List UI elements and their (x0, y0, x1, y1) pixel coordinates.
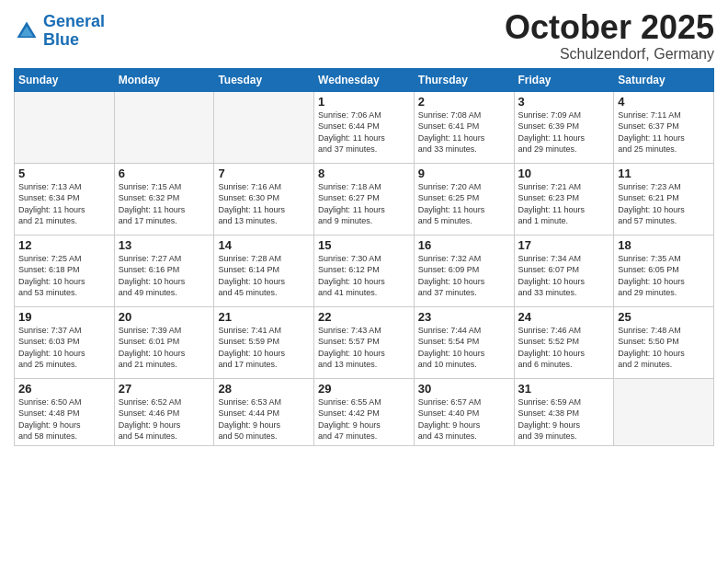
day-info: Sunrise: 7:11 AM Sunset: 6:37 PM Dayligh… (618, 109, 710, 155)
day-number: 27 (119, 382, 210, 396)
table-row: 3Sunrise: 7:09 AM Sunset: 6:39 PM Daylig… (514, 91, 614, 163)
table-row: 31Sunrise: 6:59 AM Sunset: 4:38 PM Dayli… (514, 378, 614, 445)
calendar-header-row: Sunday Monday Tuesday Wednesday Thursday… (15, 68, 714, 91)
day-number: 13 (119, 238, 210, 252)
table-row: 24Sunrise: 7:46 AM Sunset: 5:52 PM Dayli… (514, 306, 614, 378)
calendar-week-row: 1Sunrise: 7:06 AM Sunset: 6:44 PM Daylig… (15, 91, 714, 163)
table-row: 22Sunrise: 7:43 AM Sunset: 5:57 PM Dayli… (314, 306, 415, 378)
day-number: 4 (618, 95, 710, 109)
day-info: Sunrise: 7:23 AM Sunset: 6:21 PM Dayligh… (618, 181, 710, 227)
calendar-week-row: 5Sunrise: 7:13 AM Sunset: 6:34 PM Daylig… (15, 163, 714, 235)
logo-general: General (43, 12, 105, 30)
table-row: 21Sunrise: 7:41 AM Sunset: 5:59 PM Dayli… (214, 306, 314, 378)
title-block: October 2025 Schulzendorf, Germany (505, 9, 714, 63)
day-number: 8 (318, 167, 410, 180)
day-number: 23 (418, 310, 510, 324)
table-row: 25Sunrise: 7:48 AM Sunset: 5:50 PM Dayli… (614, 306, 714, 378)
table-row: 28Sunrise: 6:53 AM Sunset: 4:44 PM Dayli… (214, 378, 314, 445)
table-row (114, 91, 214, 163)
day-info: Sunrise: 7:16 AM Sunset: 6:30 PM Dayligh… (218, 181, 310, 227)
day-info: Sunrise: 7:25 AM Sunset: 6:18 PM Dayligh… (18, 253, 110, 299)
day-info: Sunrise: 7:43 AM Sunset: 5:57 PM Dayligh… (318, 325, 410, 371)
day-info: Sunrise: 7:41 AM Sunset: 5:59 PM Dayligh… (218, 325, 310, 371)
day-number: 2 (418, 95, 510, 109)
day-info: Sunrise: 7:30 AM Sunset: 6:12 PM Dayligh… (318, 253, 410, 299)
header-monday: Monday (114, 68, 214, 91)
header-sunday: Sunday (15, 68, 115, 91)
day-info: Sunrise: 7:08 AM Sunset: 6:41 PM Dayligh… (418, 109, 510, 155)
location-text: Schulzendorf, Germany (505, 46, 714, 63)
day-number: 31 (518, 382, 610, 396)
day-number: 19 (18, 310, 110, 324)
calendar-week-row: 19Sunrise: 7:37 AM Sunset: 6:03 PM Dayli… (15, 306, 714, 378)
table-row: 13Sunrise: 7:27 AM Sunset: 6:16 PM Dayli… (114, 235, 214, 306)
table-row: 5Sunrise: 7:13 AM Sunset: 6:34 PM Daylig… (15, 163, 115, 235)
day-number: 12 (18, 238, 110, 252)
day-number: 24 (518, 310, 610, 324)
header-tuesday: Tuesday (214, 68, 314, 91)
table-row (214, 91, 314, 163)
logo: General Blue (14, 13, 105, 50)
table-row: 10Sunrise: 7:21 AM Sunset: 6:23 PM Dayli… (514, 163, 614, 235)
day-number: 26 (18, 382, 110, 396)
table-row: 26Sunrise: 6:50 AM Sunset: 4:48 PM Dayli… (15, 378, 115, 445)
day-number: 6 (119, 167, 210, 180)
table-row (614, 378, 714, 445)
logo-icon (14, 18, 40, 44)
day-info: Sunrise: 6:59 AM Sunset: 4:38 PM Dayligh… (518, 396, 610, 442)
day-number: 9 (418, 167, 510, 180)
day-info: Sunrise: 7:21 AM Sunset: 6:23 PM Dayligh… (518, 181, 610, 227)
table-row: 20Sunrise: 7:39 AM Sunset: 6:01 PM Dayli… (114, 306, 214, 378)
table-row: 27Sunrise: 6:52 AM Sunset: 4:46 PM Dayli… (114, 378, 214, 445)
day-info: Sunrise: 7:48 AM Sunset: 5:50 PM Dayligh… (618, 325, 710, 371)
day-info: Sunrise: 7:18 AM Sunset: 6:27 PM Dayligh… (318, 181, 410, 227)
day-info: Sunrise: 7:20 AM Sunset: 6:25 PM Dayligh… (418, 181, 510, 227)
calendar-week-row: 12Sunrise: 7:25 AM Sunset: 6:18 PM Dayli… (15, 235, 714, 306)
day-info: Sunrise: 7:32 AM Sunset: 6:09 PM Dayligh… (418, 253, 510, 299)
page-header: General Blue October 2025 Schulzendorf, … (14, 9, 714, 63)
day-info: Sunrise: 7:46 AM Sunset: 5:52 PM Dayligh… (518, 325, 610, 371)
day-info: Sunrise: 7:37 AM Sunset: 6:03 PM Dayligh… (18, 325, 110, 371)
day-info: Sunrise: 7:39 AM Sunset: 6:01 PM Dayligh… (119, 325, 210, 371)
calendar-table: Sunday Monday Tuesday Wednesday Thursday… (14, 68, 714, 446)
table-row: 9Sunrise: 7:20 AM Sunset: 6:25 PM Daylig… (414, 163, 514, 235)
day-number: 3 (518, 95, 610, 109)
day-number: 18 (618, 238, 710, 252)
day-number: 5 (18, 167, 110, 180)
day-info: Sunrise: 6:53 AM Sunset: 4:44 PM Dayligh… (218, 396, 310, 442)
day-info: Sunrise: 6:50 AM Sunset: 4:48 PM Dayligh… (18, 396, 110, 442)
day-number: 10 (518, 167, 610, 180)
table-row: 17Sunrise: 7:34 AM Sunset: 6:07 PM Dayli… (514, 235, 614, 306)
table-row (15, 91, 115, 163)
header-wednesday: Wednesday (314, 68, 415, 91)
page-container: General Blue October 2025 Schulzendorf, … (0, 0, 728, 451)
day-info: Sunrise: 7:44 AM Sunset: 5:54 PM Dayligh… (418, 325, 510, 371)
logo-blue: Blue (43, 30, 79, 49)
day-info: Sunrise: 7:09 AM Sunset: 6:39 PM Dayligh… (518, 109, 610, 155)
day-number: 1 (318, 95, 410, 109)
table-row: 30Sunrise: 6:57 AM Sunset: 4:40 PM Dayli… (414, 378, 514, 445)
day-info: Sunrise: 6:57 AM Sunset: 4:40 PM Dayligh… (418, 396, 510, 442)
day-number: 29 (318, 382, 410, 396)
day-info: Sunrise: 7:15 AM Sunset: 6:32 PM Dayligh… (119, 181, 210, 227)
table-row: 19Sunrise: 7:37 AM Sunset: 6:03 PM Dayli… (15, 306, 115, 378)
header-thursday: Thursday (414, 68, 514, 91)
day-info: Sunrise: 6:52 AM Sunset: 4:46 PM Dayligh… (119, 396, 210, 442)
table-row: 6Sunrise: 7:15 AM Sunset: 6:32 PM Daylig… (114, 163, 214, 235)
table-row: 7Sunrise: 7:16 AM Sunset: 6:30 PM Daylig… (214, 163, 314, 235)
day-number: 11 (618, 167, 710, 180)
day-number: 15 (318, 238, 410, 252)
day-number: 20 (119, 310, 210, 324)
table-row: 12Sunrise: 7:25 AM Sunset: 6:18 PM Dayli… (15, 235, 115, 306)
day-number: 14 (218, 238, 310, 252)
table-row: 23Sunrise: 7:44 AM Sunset: 5:54 PM Dayli… (414, 306, 514, 378)
table-row: 18Sunrise: 7:35 AM Sunset: 6:05 PM Dayli… (614, 235, 714, 306)
table-row: 16Sunrise: 7:32 AM Sunset: 6:09 PM Dayli… (414, 235, 514, 306)
table-row: 8Sunrise: 7:18 AM Sunset: 6:27 PM Daylig… (314, 163, 415, 235)
day-number: 16 (418, 238, 510, 252)
logo-text: General Blue (43, 13, 105, 50)
day-info: Sunrise: 7:28 AM Sunset: 6:14 PM Dayligh… (218, 253, 310, 299)
table-row: 15Sunrise: 7:30 AM Sunset: 6:12 PM Dayli… (314, 235, 415, 306)
table-row: 11Sunrise: 7:23 AM Sunset: 6:21 PM Dayli… (614, 163, 714, 235)
day-number: 22 (318, 310, 410, 324)
